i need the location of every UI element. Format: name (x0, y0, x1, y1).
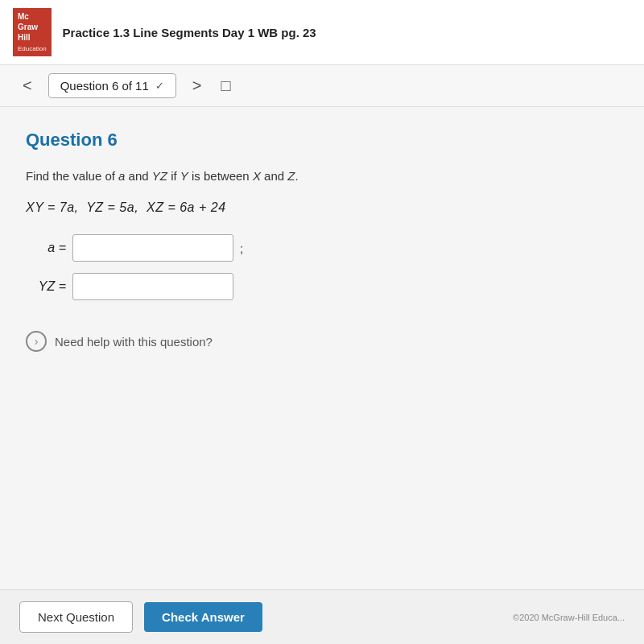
logo: Mc Graw Hill Education (13, 8, 52, 56)
nav-bar: < Question 6 of 11 ✓ > □ (0, 65, 644, 107)
screen: Mc Graw Hill Education Practice 1.3 Line… (0, 0, 644, 644)
next-question-button[interactable]: Next Question (19, 601, 133, 633)
logo-line2: Graw (18, 23, 38, 31)
prev-button[interactable]: < (16, 75, 39, 97)
logo-line3: Hill (18, 33, 31, 42)
bookmark-icon[interactable]: □ (221, 76, 230, 95)
input-yz[interactable] (72, 273, 233, 300)
label-yz: YZ = (26, 279, 66, 294)
question-title: Question 6 (26, 130, 618, 151)
input-row-yz: YZ = (26, 273, 618, 300)
question-selector-label: Question 6 of 11 (60, 79, 149, 93)
semicolon: ; (240, 242, 243, 255)
label-a: a = (26, 241, 66, 255)
logo-line1: Mc (18, 12, 29, 21)
input-a[interactable] (72, 234, 233, 262)
help-row[interactable]: › Need help with this question? (26, 323, 618, 360)
logo-line4: Education (18, 45, 47, 52)
next-button[interactable]: > (186, 75, 208, 97)
help-icon[interactable]: › (26, 331, 47, 352)
question-selector[interactable]: Question 6 of 11 ✓ (48, 73, 176, 98)
question-prompt: Find the value of a and YZ if Y is betwe… (26, 167, 618, 186)
help-text[interactable]: Need help with this question? (55, 335, 213, 349)
input-row-a: a = ; (26, 234, 618, 262)
check-answer-button[interactable]: Check Answer (144, 602, 262, 632)
footer: Next Question Check Answer ©2020 McGraw-… (0, 589, 644, 644)
equation-display: XY = 7a, YZ = 5a, XZ = 6a + 24 (26, 200, 618, 215)
input-group: a = ; YZ = (26, 234, 618, 300)
header-title: Practice 1.3 Line Segments Day 1 WB pg. … (63, 26, 316, 39)
header: Mc Graw Hill Education Practice 1.3 Line… (0, 0, 644, 65)
main-content: Question 6 Find the value of a and YZ if… (0, 107, 644, 589)
copyright: ©2020 McGraw-Hill Educa... (513, 613, 625, 622)
chevron-down-icon: ✓ (155, 80, 164, 92)
